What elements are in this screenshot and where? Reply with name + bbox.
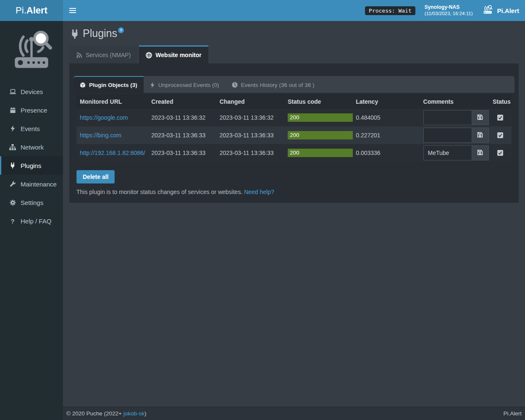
tab-label: Website monitor	[155, 52, 201, 58]
tab-unprocessed-events[interactable]: Unprocessed Events (0)	[144, 76, 226, 93]
column-header-monitored-url: Monitored URL	[76, 94, 148, 109]
page-title: Plugins	[83, 26, 117, 40]
tab-plugin-objects[interactable]: Plugin Objects (3)	[74, 76, 144, 93]
content-area: Plugins ? Services (NMAP) Website monito…	[63, 21, 525, 407]
plug-icon	[70, 29, 79, 41]
sidebar-menu: Devices Presence Events Network	[0, 82, 63, 230]
save-comment-button[interactable]	[472, 128, 489, 143]
created-value: 2023-03-11 13:36:32	[148, 109, 216, 126]
latency-value: 0.003336	[352, 144, 420, 162]
tab-label: Unprocessed Events (0)	[158, 82, 219, 88]
plugin-objects-table: Monitored URL Created Changed Status cod…	[76, 94, 512, 162]
globe-icon	[146, 52, 152, 58]
sidebar-item-events[interactable]: Events	[0, 119, 63, 138]
sidebar-item-label: Presence	[21, 107, 47, 114]
sitemap-icon	[9, 144, 16, 150]
brand-logo[interactable]: Pi.Alert	[0, 0, 63, 21]
broadcast-icon	[76, 52, 82, 58]
changed-value: 2023-03-11 13:36:32	[216, 109, 284, 126]
footer-copyright: © 2020 Puche (2022+ jokob-sk)	[66, 410, 146, 417]
footer-copyright-text: © 2020 Puche (2022+	[66, 410, 123, 417]
monitored-url-link[interactable]: https://google.com	[80, 114, 128, 121]
jokob-sk-link[interactable]: jokob-sk	[123, 410, 144, 417]
plugin-description-text: This plugin is to monitor status changes…	[76, 189, 242, 195]
monitored-url-link[interactable]: http://192.168.1.82:8086/	[80, 150, 145, 156]
created-value: 2023-03-11 13:36:33	[148, 126, 216, 144]
tab-services-nmap[interactable]: Services (NMAP)	[69, 45, 137, 63]
column-header-comments: Comments	[420, 94, 489, 109]
comment-input[interactable]	[423, 145, 472, 160]
column-header-latency: Latency	[352, 94, 420, 109]
floppy-save-icon	[477, 149, 483, 157]
latency-value: 0.484005	[352, 109, 420, 126]
status-code-bar: 200	[288, 131, 353, 139]
host-name: Synology-NAS	[425, 4, 473, 10]
comment-input[interactable]	[423, 110, 472, 125]
tab-website-monitor[interactable]: Website monitor	[139, 45, 208, 63]
plug-icon	[9, 162, 16, 169]
status-checkbox[interactable]	[497, 150, 503, 156]
column-header-status-code: Status code	[284, 94, 352, 109]
changed-value: 2023-03-11 13:36:33	[216, 144, 284, 162]
sidebar-item-label: Help / FAQ	[21, 218, 51, 225]
bolt-icon	[9, 125, 16, 132]
floppy-save-icon	[477, 131, 483, 139]
panel-tabs: Plugin Objects (3) Unprocessed Events (0…	[74, 76, 514, 93]
plugin-type-tabs: Services (NMAP) Website monitor	[69, 45, 519, 63]
sidebar-item-presence[interactable]: Presence	[0, 101, 63, 119]
sidebar-item-devices[interactable]: Devices	[0, 82, 63, 101]
navbar-main: Process: Wait Synology-NAS (11/03/2023, …	[63, 0, 525, 21]
footer: © 2020 Puche (2022+ jokob-sk) Pi.Alert	[63, 407, 525, 420]
floppy-save-icon	[477, 114, 483, 122]
tab-events-history[interactable]: Events History (36 out of 36 )	[226, 76, 321, 93]
hamburger-icon[interactable]	[63, 0, 82, 21]
process-status-badge: Process: Wait	[365, 6, 415, 15]
top-navbar: Pi.Alert Process: Wait Synology-NAS (11/…	[0, 0, 525, 21]
sidebar: Devices Presence Events Network	[0, 21, 63, 420]
cube-icon	[80, 82, 86, 88]
sidebar-item-label: Maintenance	[21, 181, 57, 188]
navbar-brand-right[interactable]: Pi.Alert	[482, 5, 521, 16]
router-scan-logo-icon	[8, 26, 55, 76]
sidebar-item-label: Network	[21, 144, 44, 151]
sidebar-item-help-faq[interactable]: ? Help / FAQ	[0, 212, 63, 230]
comment-input[interactable]	[423, 128, 472, 143]
host-timestamp: (11/03/2023, 16:24:11)	[425, 10, 473, 16]
column-header-status: Status	[489, 94, 512, 109]
monitored-url-link[interactable]: https://bing.com	[80, 132, 121, 139]
table-row: http://192.168.1.82:8086/ 2023-03-11 13:…	[76, 144, 512, 162]
save-comment-button[interactable]	[472, 110, 489, 125]
calendar-icon	[9, 107, 16, 113]
sidebar-item-label: Events	[21, 125, 40, 132]
website-monitor-panel: Plugin Objects (3) Unprocessed Events (0…	[69, 63, 519, 203]
status-code-bar: 200	[288, 149, 353, 157]
need-help-link[interactable]: Need help?	[244, 189, 274, 195]
laptop-icon	[9, 89, 16, 95]
delete-all-button[interactable]: Delete all	[76, 170, 115, 184]
clock-icon	[232, 82, 238, 88]
plugin-description: This plugin is to monitor status changes…	[76, 189, 514, 195]
page-header: Plugins ?	[69, 23, 519, 43]
tab-label: Services (NMAP)	[86, 52, 131, 58]
gear-icon	[9, 200, 16, 206]
save-comment-button[interactable]	[472, 145, 489, 160]
footer-brand: Pi.Alert	[503, 410, 522, 417]
sidebar-item-label: Plugins	[21, 162, 41, 169]
sidebar-item-label: Settings	[21, 199, 43, 206]
router-scan-icon	[482, 5, 494, 16]
sidebar-item-settings[interactable]: Settings	[0, 193, 63, 212]
status-checkbox[interactable]	[497, 115, 503, 121]
created-value: 2023-03-11 13:36:33	[148, 144, 216, 162]
column-header-changed: Changed	[216, 94, 284, 109]
column-header-created: Created	[148, 94, 216, 109]
wrench-icon	[9, 181, 16, 187]
sidebar-logo	[0, 21, 63, 80]
table-header-row: Monitored URL Created Changed Status cod…	[76, 94, 512, 109]
help-badge-icon[interactable]: ?	[118, 27, 124, 33]
sidebar-item-maintenance[interactable]: Maintenance	[0, 175, 63, 193]
status-checkbox[interactable]	[497, 132, 503, 138]
sidebar-item-network[interactable]: Network	[0, 138, 63, 156]
changed-value: 2023-03-11 13:36:33	[216, 126, 284, 144]
sidebar-item-plugins[interactable]: Plugins	[0, 156, 63, 175]
footer-copyright-close: )	[144, 410, 147, 417]
